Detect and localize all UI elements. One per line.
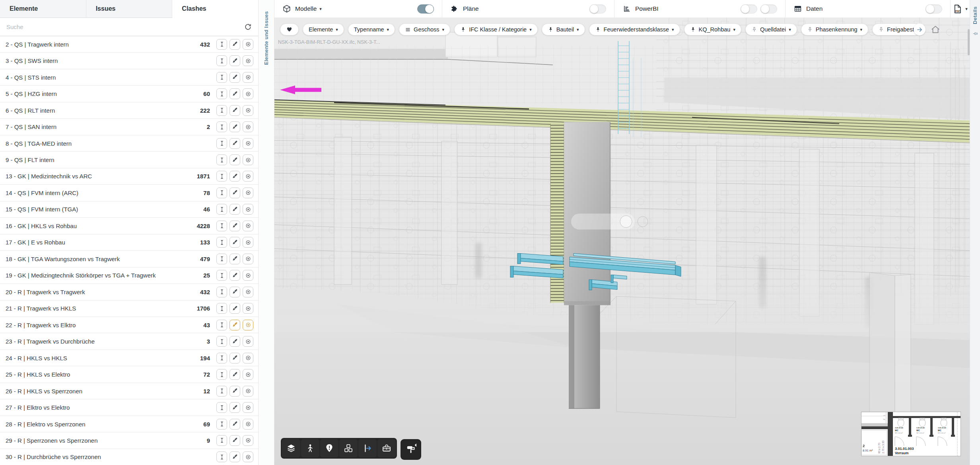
- clash-row[interactable]: 5 - QS | HZG intern 60: [0, 86, 258, 102]
- isolate-button[interactable]: [216, 55, 227, 66]
- clash-row[interactable]: 29 - R | Sperrzonen vs Sperrzonen 9: [0, 432, 258, 449]
- focus-button[interactable]: [243, 39, 253, 50]
- search-input[interactable]: [6, 23, 243, 31]
- viewport-scrollbar[interactable]: [968, 29, 970, 55]
- filter-quelldatei[interactable]: Quelldatei▾: [745, 23, 797, 35]
- focus-button[interactable]: [243, 204, 253, 215]
- isolate-button[interactable]: [216, 402, 227, 413]
- colorize-button[interactable]: [229, 188, 240, 198]
- focus-button[interactable]: [243, 320, 253, 330]
- clash-row[interactable]: 30 - R | Durchbrüche vs Sperrzonen: [0, 449, 258, 465]
- home-view-button[interactable]: [929, 23, 941, 35]
- colorize-button[interactable]: [229, 287, 240, 297]
- isolate-button[interactable]: [216, 138, 227, 149]
- focus-button[interactable]: [243, 154, 253, 165]
- clash-row[interactable]: 8 - QS | TGA-MED intern: [0, 135, 258, 152]
- focus-button[interactable]: [243, 270, 253, 281]
- clash-row[interactable]: 28 - R | Elektro vs Sperrzonen 69: [0, 416, 258, 432]
- isolate-button[interactable]: [216, 303, 227, 314]
- isolate-button[interactable]: [216, 287, 227, 297]
- clash-row[interactable]: 6 - QS | RLT intern 222: [0, 102, 258, 119]
- colorize-button[interactable]: [229, 237, 240, 248]
- colorize-button[interactable]: [229, 369, 240, 380]
- clash-row[interactable]: 21 - R | Tragwerk vs HKLS 1706: [0, 301, 258, 317]
- isolate-button[interactable]: [216, 270, 227, 281]
- first-person-button[interactable]: [301, 439, 319, 457]
- colorize-button[interactable]: [229, 105, 240, 116]
- colorize-button[interactable]: [229, 221, 240, 231]
- colorize-button[interactable]: [229, 39, 240, 50]
- focus-button[interactable]: [243, 303, 253, 314]
- isolate-button[interactable]: [216, 154, 227, 165]
- toolbox-button[interactable]: [377, 439, 396, 457]
- isolate-button[interactable]: [216, 369, 227, 380]
- details-strip-label[interactable]: Details: [972, 6, 978, 24]
- colorize-button[interactable]: [229, 270, 240, 281]
- focus-button[interactable]: [243, 138, 253, 149]
- isolate-button[interactable]: [216, 419, 227, 430]
- colorize-button[interactable]: [229, 254, 240, 264]
- walkthrough-button[interactable]: [358, 439, 377, 457]
- left-strip-label[interactable]: Elemente und Issues: [263, 11, 269, 65]
- clash-row[interactable]: 20 - R | Tragwerk vs Tragwerk 432: [0, 284, 258, 300]
- isolate-button[interactable]: [216, 105, 227, 116]
- isolate-button[interactable]: [216, 121, 227, 132]
- tab-elemente[interactable]: Elemente: [0, 0, 86, 18]
- filter-bauteil[interactable]: Bauteil▾: [542, 23, 585, 35]
- modelle-toggle[interactable]: [417, 4, 434, 14]
- layers-button[interactable]: [282, 439, 300, 457]
- focus-button[interactable]: [243, 419, 253, 430]
- focus-button[interactable]: [243, 254, 253, 264]
- isolate-button[interactable]: [216, 72, 227, 83]
- isolate-button[interactable]: [216, 435, 227, 446]
- isolate-button[interactable]: [216, 88, 227, 99]
- daten-toggle[interactable]: [926, 4, 942, 14]
- tab-issues[interactable]: Issues: [86, 0, 173, 18]
- focus-button[interactable]: [243, 105, 253, 116]
- powerbi-toggle-1[interactable]: [741, 4, 757, 14]
- focus-button[interactable]: [243, 451, 253, 462]
- refresh-button[interactable]: [243, 22, 253, 32]
- clash-row[interactable]: 15 - QS | FVM intern (TGA) 46: [0, 201, 258, 218]
- colorize-button[interactable]: [229, 154, 240, 165]
- colorize-button[interactable]: [229, 138, 240, 149]
- filter-feuerwiederstandsklasse[interactable]: Feuerwiederstandsklasse▾: [589, 23, 680, 35]
- focus-button[interactable]: [243, 221, 253, 231]
- focus-button[interactable]: [243, 353, 253, 363]
- focus-button[interactable]: [243, 72, 253, 83]
- favorites-filter-button[interactable]: [280, 23, 299, 35]
- filter-phasenkennung[interactable]: Phasenkennung▾: [801, 23, 868, 35]
- clash-row[interactable]: 24 - R | HKLS vs HKLS 194: [0, 350, 258, 366]
- isolate-button[interactable]: [216, 39, 227, 50]
- left-panel-strip[interactable]: Elemente und Issues: [259, 0, 274, 465]
- colorize-button[interactable]: [229, 419, 240, 430]
- floorplan-minimap[interactable]: 2 8.91 m² 80 x 2.70 2.70 x 3.30 1 2: [861, 412, 961, 456]
- details-panel-strip[interactable]: Details: [970, 0, 980, 465]
- filter-elemente[interactable]: Elemente▾: [303, 23, 344, 35]
- colorize-button[interactable]: [229, 320, 240, 330]
- chevron-down-icon[interactable]: ▾: [965, 6, 968, 12]
- colorize-button[interactable]: [229, 121, 240, 132]
- focus-button[interactable]: [243, 402, 253, 413]
- isolate-button[interactable]: [216, 353, 227, 363]
- clash-row[interactable]: 25 - R | HKLS vs Elektro 72: [0, 366, 258, 383]
- clash-row[interactable]: 16 - GK | HKLS vs Rohbau 4228: [0, 218, 258, 234]
- powerbi-toggle-2[interactable]: [760, 4, 777, 14]
- focus-button[interactable]: [243, 336, 253, 347]
- filter-geschoss[interactable]: Geschoss▾: [399, 23, 450, 35]
- clash-row[interactable]: 23 - R | Tragwerk vs Durchbrüche 3: [0, 333, 258, 350]
- isolate-button[interactable]: [216, 386, 227, 397]
- clash-row[interactable]: 13 - GK | Medizintechnik vs ARC 1871: [0, 168, 258, 185]
- colorize-button[interactable]: [229, 303, 240, 314]
- focus-button[interactable]: [243, 287, 253, 297]
- focus-button[interactable]: [243, 188, 253, 198]
- focus-button[interactable]: [243, 171, 253, 182]
- clash-row[interactable]: 14 - QS | FVM intern (ARC) 78: [0, 185, 258, 201]
- colorize-button[interactable]: [229, 72, 240, 83]
- filter-typenname[interactable]: Typenname▾: [348, 23, 395, 35]
- colorize-button[interactable]: [229, 451, 240, 462]
- clash-row[interactable]: 17 - GK | E vs Rohbau 133: [0, 234, 258, 251]
- colorize-button[interactable]: [229, 402, 240, 413]
- issue-pin-button[interactable]: [320, 439, 338, 457]
- clash-row[interactable]: 3 - QS | SWS intern: [0, 53, 258, 69]
